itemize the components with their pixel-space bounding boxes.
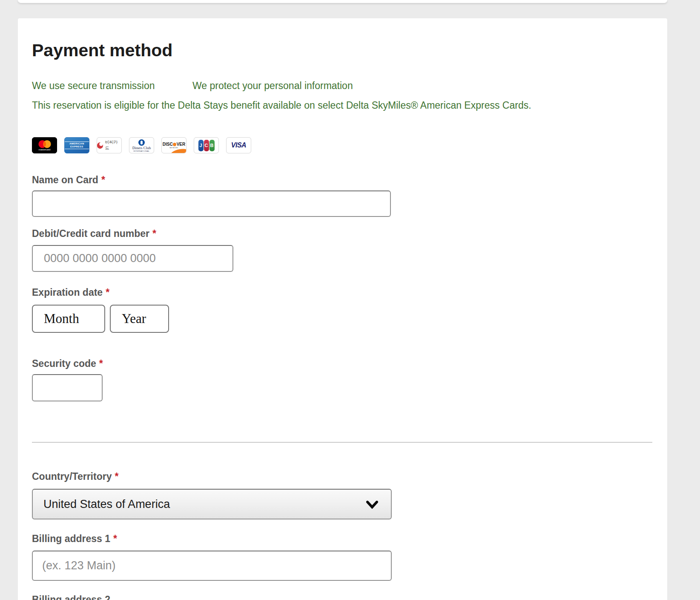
country-territory-label: Country/Territory* xyxy=(32,471,118,482)
required-asterisk: * xyxy=(152,228,156,239)
jcb-j-stripe: J xyxy=(198,140,204,151)
diners-club-caption: INTERNATIONAL xyxy=(133,150,149,152)
required-asterisk: * xyxy=(106,287,109,298)
required-asterisk: * xyxy=(101,174,105,185)
mastercard-wordmark: mastercard xyxy=(39,149,51,150)
expiration-date-label: Expiration date* xyxy=(32,287,109,297)
amex-wordmark: AMERICAN EXPRESS xyxy=(64,141,89,149)
card-number-label: Debit/Credit card number* xyxy=(32,228,156,239)
required-asterisk: * xyxy=(113,533,117,544)
expiration-month-select[interactable]: Month xyxy=(32,305,105,333)
mastercard-circles-icon xyxy=(36,140,53,149)
security-code-input[interactable] xyxy=(32,374,103,401)
jcb-b-stripe: B xyxy=(209,140,215,151)
discover-caption: NETWORK xyxy=(170,147,178,148)
jcb-icon: J C B xyxy=(194,137,219,153)
discover-o-icon xyxy=(173,143,176,146)
country-selected-value: United States of America xyxy=(43,498,170,511)
jcb-c-stripe: C xyxy=(204,140,209,151)
billing-address-1-label: Billing address 1* xyxy=(32,534,117,544)
diners-club-icon: Diners Club INTERNATIONAL xyxy=(129,137,154,153)
discover-wordmark: DISC VER xyxy=(163,142,185,147)
previous-section-card-bottom xyxy=(18,0,667,3)
required-asterisk: * xyxy=(115,471,118,482)
card-number-input[interactable] xyxy=(32,245,233,272)
name-on-card-label: Name on Card* xyxy=(32,175,105,185)
country-territory-select[interactable]: United States of America xyxy=(32,489,392,519)
name-on-card-input[interactable] xyxy=(32,190,391,217)
page-title: Payment method xyxy=(32,40,172,60)
secure-notes-row: We use secure transmission We protect yo… xyxy=(32,80,654,91)
billing-address-2-label: Billing address 2 xyxy=(32,594,110,600)
diners-club-logo-icon xyxy=(138,139,145,146)
section-divider xyxy=(32,442,652,443)
american-express-icon: AMERICAN EXPRESS xyxy=(64,137,89,153)
privacy-note: We protect your personal information xyxy=(192,80,353,91)
billing-address-1-input[interactable] xyxy=(32,551,392,581)
bc-card-logo-icon xyxy=(97,142,103,149)
security-code-label: Security code* xyxy=(32,358,103,369)
bc-card-wordmark: 비씨카드 xyxy=(105,139,121,151)
discover-icon: DISC VER NETWORK xyxy=(161,137,186,153)
diners-club-wordmark: Diners Club xyxy=(132,146,151,150)
delta-stays-benefit-note: This reservation is eligible for the Del… xyxy=(32,100,654,111)
chevron-down-icon xyxy=(366,501,378,509)
mastercard-icon: mastercard xyxy=(32,137,57,153)
expiration-year-select[interactable]: Year xyxy=(110,305,169,333)
bc-card-icon: 비씨카드 xyxy=(97,137,122,153)
expiration-selects-row: Month Year xyxy=(32,305,169,333)
required-asterisk: * xyxy=(99,358,103,369)
accepted-cards-row: mastercard AMERICAN EXPRESS 비씨카드 Diners … xyxy=(32,137,251,153)
payment-method-card: Payment method We use secure transmissio… xyxy=(18,18,667,600)
visa-icon: VISA xyxy=(226,137,251,153)
visa-wordmark: VISA xyxy=(231,141,246,149)
secure-transmission-note: We use secure transmission xyxy=(32,80,155,91)
